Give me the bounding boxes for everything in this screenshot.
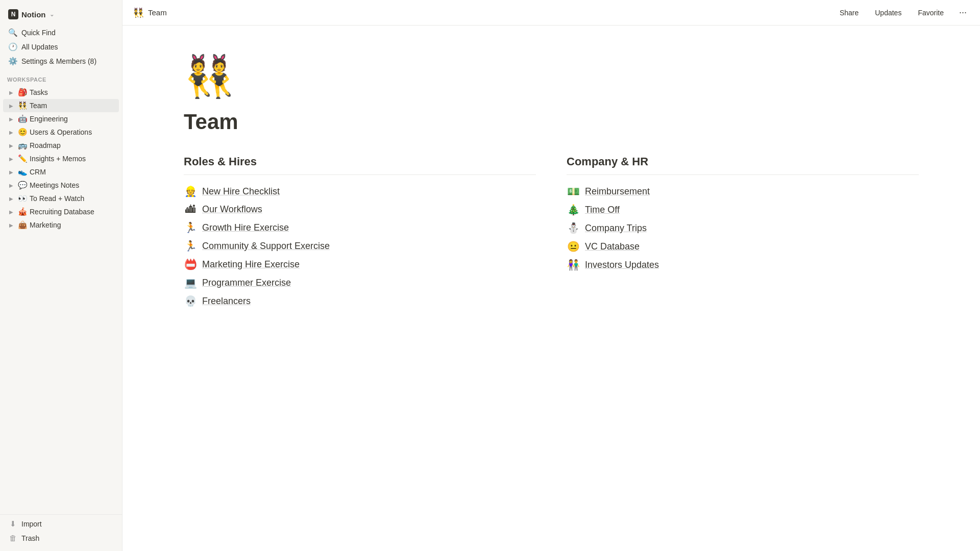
emoji-toread: 👀 <box>17 194 28 203</box>
label-marketing: Marketing <box>30 221 115 229</box>
favorite-button[interactable]: Favorite <box>914 7 948 19</box>
arrow-icon-users: ▶ <box>7 130 15 135</box>
workspace-items-list: ▶ 🎒 Tasks ▶ 👯 Team ▶ 🤖 Engineering ▶ 😊 U… <box>0 85 122 233</box>
emoji-vc-database: 😐 <box>567 240 580 253</box>
brand-chevron-icon: ⌄ <box>50 11 54 18</box>
sidebar-item-settings[interactable]: ⚙️ Settings & Members (8) <box>3 54 119 68</box>
notion-brand-label: Notion <box>21 10 45 19</box>
sidebar-item-crm[interactable]: ▶ 👟 CRM <box>3 165 119 179</box>
list-item-freelancers[interactable]: 💀 Freelancers <box>184 293 536 309</box>
roles-hires-list: 👷 New Hire Checklist 🏙 Our Workflows 🏃 G… <box>184 183 536 309</box>
more-options-button[interactable]: ··· <box>956 6 970 19</box>
sidebar-item-trash[interactable]: 🗑 Trash <box>3 531 119 545</box>
emoji-reimbursement: 💵 <box>567 185 580 197</box>
emoji-company-trips: ⛄ <box>567 222 580 234</box>
sidebar-nav-label-all-updates: All Updates <box>21 43 58 51</box>
workspace-section-label: WORKSPACE <box>0 70 122 85</box>
page-title: Team <box>184 109 919 135</box>
sidebar-bottom: ⬇ Import 🗑 Trash <box>0 514 122 547</box>
company-hr-list: 💵 Reimbursement 🎄 Time Off ⛄ Company Tri… <box>567 183 919 273</box>
emoji-engineering: 🤖 <box>17 114 28 123</box>
link-marketing-hire[interactable]: Marketing Hire Exercise <box>202 259 300 270</box>
emoji-freelancers: 💀 <box>184 295 197 307</box>
topbar-left: 👯 Team <box>133 7 167 18</box>
import-icon: ⬇ <box>8 519 17 529</box>
column-divider-roles <box>184 174 536 175</box>
list-item-investors-updates[interactable]: 👫 Investors Updates <box>567 257 919 273</box>
sidebar-item-meetings[interactable]: ▶ 💬 Meetings Notes <box>3 179 119 192</box>
list-item-time-off[interactable]: 🎄 Time Off <box>567 202 919 218</box>
sidebar-item-insights[interactable]: ▶ ✏️ Insights + Memos <box>3 152 119 165</box>
sidebar-item-marketing[interactable]: ▶ 👜 Marketing <box>3 218 119 232</box>
share-button[interactable]: Share <box>836 7 863 19</box>
emoji-roadmap: 🚌 <box>17 141 28 150</box>
list-item-programmer-exercise[interactable]: 💻 Programmer Exercise <box>184 274 536 291</box>
sidebar-label-import: Import <box>21 520 42 528</box>
label-recruiting: Recruiting Database <box>30 208 115 216</box>
updates-button[interactable]: Updates <box>871 7 905 19</box>
page-cover-icon: 👯 <box>184 56 919 97</box>
search-icon: 🔍 <box>8 28 17 37</box>
sidebar: N Notion ⌄ 🔍 Quick Find 🕐 All Updates ⚙️… <box>0 0 122 551</box>
sidebar-item-engineering[interactable]: ▶ 🤖 Engineering <box>3 112 119 126</box>
notion-brand-button[interactable]: N Notion ⌄ <box>4 7 118 21</box>
sidebar-item-quick-find[interactable]: 🔍 Quick Find <box>3 26 119 40</box>
link-time-off[interactable]: Time Off <box>585 205 620 215</box>
emoji-new-hire: 👷 <box>184 185 197 197</box>
arrow-icon-insights: ▶ <box>7 156 15 162</box>
list-item-vc-database[interactable]: 😐 VC Database <box>567 238 919 255</box>
list-item-our-workflows[interactable]: 🏙 Our Workflows <box>184 202 536 217</box>
link-growth-hire[interactable]: Growth Hire Exercise <box>202 222 289 233</box>
link-vc-database[interactable]: VC Database <box>585 241 640 252</box>
list-item-community-support[interactable]: 🏃 Community & Support Exercise <box>184 238 536 254</box>
list-item-company-trips[interactable]: ⛄ Company Trips <box>567 220 919 236</box>
sidebar-item-import[interactable]: ⬇ Import <box>3 517 119 531</box>
list-item-marketing-hire[interactable]: 📛 Marketing Hire Exercise <box>184 256 536 272</box>
emoji-recruiting: 🎪 <box>17 207 28 216</box>
list-item-reimbursement[interactable]: 💵 Reimbursement <box>567 183 919 199</box>
sidebar-item-to-read-watch[interactable]: ▶ 👀 To Read + Watch <box>3 192 119 205</box>
arrow-icon-marketing: ▶ <box>7 222 15 228</box>
link-new-hire-checklist[interactable]: New Hire Checklist <box>202 186 280 197</box>
sidebar-item-roadmap[interactable]: ▶ 🚌 Roadmap <box>3 139 119 152</box>
label-tasks: Tasks <box>30 88 115 96</box>
sidebar-item-recruiting[interactable]: ▶ 🎪 Recruiting Database <box>3 205 119 218</box>
link-company-trips[interactable]: Company Trips <box>585 223 647 234</box>
column-roles-hires: Roles & Hires 👷 New Hire Checklist 🏙 Our… <box>184 155 536 309</box>
column-company-hr: Company & HR 💵 Reimbursement 🎄 Time Off … <box>567 155 919 309</box>
list-item-new-hire-checklist[interactable]: 👷 New Hire Checklist <box>184 183 536 199</box>
link-community-support[interactable]: Community & Support Exercise <box>202 241 330 252</box>
column-divider-company <box>567 174 919 175</box>
arrow-icon-tasks: ▶ <box>7 90 15 95</box>
sidebar-nav-label-quick-find: Quick Find <box>21 29 56 37</box>
arrow-icon-engineering: ▶ <box>7 116 15 122</box>
emoji-programmer-exercise: 💻 <box>184 277 197 289</box>
sidebar-item-all-updates[interactable]: 🕐 All Updates <box>3 40 119 54</box>
label-insights: Insights + Memos <box>30 155 115 163</box>
link-freelancers[interactable]: Freelancers <box>202 296 251 307</box>
sidebar-label-trash: Trash <box>21 534 39 542</box>
column-title-company-hr: Company & HR <box>567 155 919 168</box>
link-reimbursement[interactable]: Reimbursement <box>585 186 650 197</box>
gear-icon: ⚙️ <box>8 57 17 66</box>
sidebar-item-tasks[interactable]: ▶ 🎒 Tasks <box>3 86 119 99</box>
topbar: 👯 Team Share Updates Favorite ··· <box>122 0 980 26</box>
arrow-icon-meetings: ▶ <box>7 183 15 188</box>
label-crm: CRM <box>30 168 115 176</box>
emoji-crm: 👟 <box>17 167 28 177</box>
arrow-icon-toread: ▶ <box>7 196 15 202</box>
emoji-marketing-hire: 📛 <box>184 258 197 270</box>
arrow-icon-roadmap: ▶ <box>7 143 15 148</box>
link-investors-updates[interactable]: Investors Updates <box>585 260 659 270</box>
page-body: 👯 Team Roles & Hires 👷 New Hire Checklis… <box>122 26 980 551</box>
list-item-growth-hire[interactable]: 🏃 Growth Hire Exercise <box>184 219 536 236</box>
topbar-page-icon: 👯 <box>133 7 144 18</box>
sidebar-item-users-operations[interactable]: ▶ 😊 Users & Operations <box>3 126 119 139</box>
sidebar-item-team[interactable]: ▶ 👯 Team <box>3 99 119 112</box>
link-programmer-exercise[interactable]: Programmer Exercise <box>202 278 291 288</box>
emoji-our-workflows: 🏙 <box>184 204 197 215</box>
emoji-insights: ✏️ <box>17 154 28 163</box>
emoji-meetings: 💬 <box>17 181 28 190</box>
sidebar-nav: 🔍 Quick Find 🕐 All Updates ⚙️ Settings &… <box>0 23 122 70</box>
link-our-workflows[interactable]: Our Workflows <box>202 204 262 215</box>
